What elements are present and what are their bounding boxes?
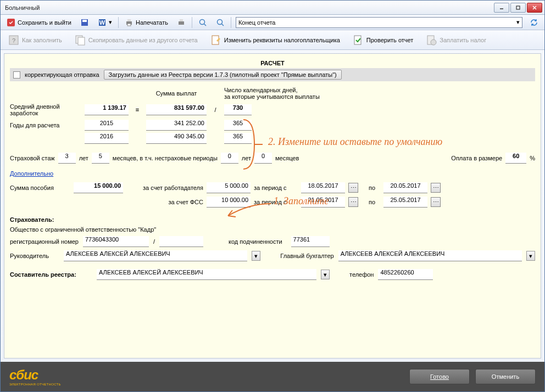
ns-months-input[interactable]: 0 <box>254 153 272 164</box>
total-days[interactable]: 730 <box>224 104 252 115</box>
footer: сбис ЭЛЕКТРОННАЯ ОТЧЕТНОСТЬ Готово Отмен… <box>1 362 544 391</box>
edit-doc-icon <box>210 34 222 46</box>
zoom-out-icon <box>216 18 225 27</box>
years-label: Годы для расчета <box>10 122 81 128</box>
ellipsis-icon: ⋯ <box>351 184 357 192</box>
word-icon: W <box>98 18 107 27</box>
svg-rect-13 <box>180 19 183 21</box>
date1-picker[interactable]: ⋯ <box>348 183 358 193</box>
toolbar-main: Сохранить и выйти W▾ Напечатать Конец от… <box>1 15 544 30</box>
svg-rect-6 <box>82 20 87 22</box>
stazh-months-input[interactable]: 5 <box>92 153 109 164</box>
chevron-down-icon: ▾ <box>324 271 327 278</box>
sbis-logo: сбис ЭЛЕКТРОННАЯ ОТЧЕТНОСТЬ <box>9 367 61 386</box>
pay-pct-input[interactable]: 60 <box>505 153 526 164</box>
svg-rect-23 <box>354 36 361 44</box>
employer-sum-input[interactable]: 5 000.00 <box>207 182 251 193</box>
svg-text:W: W <box>99 19 105 26</box>
sum1-input[interactable]: 341 252.00 <box>146 120 207 131</box>
year2-input[interactable]: 2016 <box>85 133 129 144</box>
days1-input[interactable]: 365 <box>224 120 252 131</box>
avg-value[interactable]: 1 139.17 <box>85 104 129 115</box>
days2-input[interactable]: 365 <box>224 133 252 144</box>
reg-num-input[interactable]: 7736043300 <box>83 236 149 247</box>
col-sum-header: Сумма выплат <box>146 90 207 97</box>
print-menu-button[interactable] <box>173 16 190 29</box>
zoom-in-button[interactable] <box>194 16 211 29</box>
section-combo[interactable]: Конец отчета ▾ <box>236 17 522 28</box>
print-button[interactable]: Напечатать <box>121 16 172 29</box>
date4-input[interactable]: 25.05.2017 <box>383 197 427 208</box>
date2-input[interactable]: 20.05.2017 <box>383 182 427 193</box>
fss-sum-input[interactable]: 10 000.00 <box>207 197 251 208</box>
stazh-label: Страховой стаж <box>10 155 55 161</box>
date2-picker[interactable]: ⋯ <box>431 183 441 193</box>
change-req-button[interactable]: Изменить реквизиты налогоплательщика <box>206 32 344 48</box>
check-report-button[interactable]: Проверить отчет <box>348 32 418 48</box>
how-fill-button[interactable]: ? Как заполнить <box>4 32 66 48</box>
additional-link[interactable]: Дополнительно <box>10 170 53 177</box>
disk-icon <box>80 18 89 27</box>
avg-label: Средний дневной заработок <box>10 103 81 116</box>
date3-picker[interactable]: ⋯ <box>348 197 358 207</box>
sub-code-input[interactable]: 77361 <box>291 236 330 247</box>
compiler-dropdown[interactable]: ▾ <box>321 270 330 279</box>
chevron-down-icon: ▾ <box>254 253 258 260</box>
insurer-label: Страхователь: <box>10 216 535 223</box>
load-registry-button[interactable]: Загрузить данные из Реестра версии 1.7.3… <box>104 70 342 80</box>
svg-line-17 <box>221 24 224 26</box>
date1-input[interactable]: 18.05.2017 <box>301 182 345 193</box>
date4-picker[interactable]: ⋯ <box>431 197 441 207</box>
benefit-label: Сумма пособия <box>10 184 70 191</box>
acc-dropdown[interactable]: ▾ <box>526 251 535 261</box>
stazh-years-input[interactable]: 3 <box>58 153 76 164</box>
ellipsis-icon: ⋯ <box>433 199 439 206</box>
pay-tax-button[interactable]: Заплатить налог <box>421 32 490 48</box>
year1-input[interactable]: 2015 <box>85 120 129 131</box>
ellipsis-icon: ⋯ <box>433 184 439 192</box>
chevron-down-icon: ▾ <box>516 19 520 26</box>
phone-input[interactable]: 4852260260 <box>378 269 433 280</box>
save-button[interactable] <box>76 16 93 29</box>
toolbar-secondary: ? Как заполнить Скопировать данные из др… <box>1 30 544 50</box>
reg-num2-input[interactable] <box>159 236 203 247</box>
ns-years-input[interactable]: 0 <box>221 153 238 164</box>
help-icon: ? <box>8 34 20 46</box>
pay-pct-label: Оплата в размере <box>451 155 502 161</box>
minimize-button[interactable] <box>494 3 509 13</box>
zoom-out-button[interactable] <box>212 16 229 29</box>
close-button[interactable] <box>527 3 542 13</box>
col-days-header: Число календарных дней, за которые учиты… <box>224 87 345 100</box>
head-dropdown[interactable]: ▾ <box>252 251 260 261</box>
correction-checkbox[interactable] <box>13 71 20 79</box>
svg-rect-21 <box>78 37 85 45</box>
maximize-button[interactable] <box>510 3 526 13</box>
svg-line-15 <box>204 24 206 26</box>
save-exit-button[interactable]: Сохранить и выйти <box>3 16 75 29</box>
svg-point-25 <box>431 40 436 45</box>
date3-input[interactable]: 21.05.2017 <box>301 197 345 208</box>
window-title: Больничный <box>3 4 494 11</box>
money-icon <box>425 34 437 46</box>
svg-rect-10 <box>127 19 131 21</box>
copy-icon <box>74 34 86 46</box>
benefit-total-input[interactable]: 15 000.00 <box>74 182 123 193</box>
printer-icon <box>125 18 134 27</box>
compiler-input[interactable]: АЛЕКСЕЕВ АЛЕКСЕЙ АЛЕКСЕЕВИЧ <box>97 269 316 280</box>
total-sum[interactable]: 831 597.00 <box>146 104 207 115</box>
panel-header: РАСЧЕТ <box>10 58 535 68</box>
titlebar: Больничный <box>1 1 544 15</box>
svg-text:?: ? <box>12 37 15 44</box>
refresh-button[interactable] <box>526 16 542 29</box>
chevron-down-icon: ▾ <box>109 19 112 26</box>
copy-data-button[interactable]: Скопировать данные из другого отчета <box>70 32 202 48</box>
ready-button[interactable]: Готово <box>409 369 470 384</box>
chevron-down-icon: ▾ <box>529 253 532 260</box>
cancel-button[interactable]: Отменить <box>475 369 536 384</box>
word-button[interactable]: W▾ <box>94 16 116 29</box>
svg-rect-1 <box>516 6 520 9</box>
sum2-input[interactable]: 490 345.00 <box>146 133 207 144</box>
acc-input[interactable]: АЛЕКСЕЕВ АЛЕКСЕЙ АЛЕКСЕЕВИЧ <box>338 250 522 261</box>
head-input[interactable]: АЛЕКСЕЕВ АЛЕКСЕЙ АЛЕКСЕЕВИЧ <box>64 250 247 261</box>
check-icon <box>352 34 364 46</box>
